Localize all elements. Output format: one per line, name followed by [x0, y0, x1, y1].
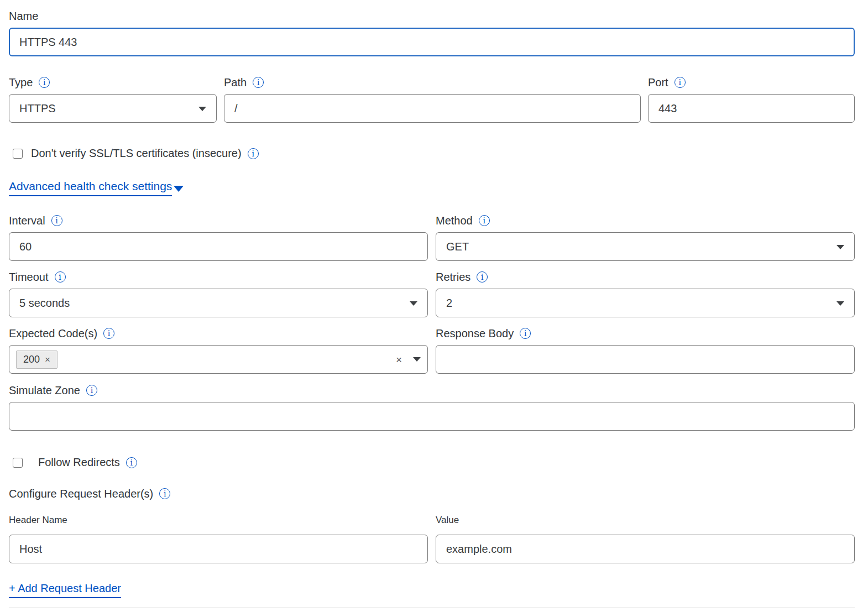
- name-input[interactable]: [9, 28, 855, 56]
- simulate-zone-label: Simulate Zone i: [9, 384, 855, 396]
- configure-headers-info-icon[interactable]: i: [159, 488, 170, 499]
- ssl-verify-checkbox[interactable]: [13, 149, 23, 159]
- request-header-row: Header Name Value: [9, 515, 855, 563]
- interval-input[interactable]: [9, 232, 428, 261]
- type-label: Type i: [9, 76, 217, 88]
- add-header-row: + Add Request Header: [9, 582, 855, 598]
- interval-label-text: Interval: [9, 215, 45, 227]
- port-info-icon[interactable]: i: [674, 77, 686, 88]
- simulate-zone-label-text: Simulate Zone: [9, 384, 80, 396]
- port-input[interactable]: [648, 94, 855, 123]
- interval-label: Interval i: [9, 215, 428, 227]
- expected-codes-label-text: Expected Code(s): [9, 327, 97, 339]
- timeout-retries-row: Timeout i 5 seconds Retries i 2: [9, 271, 855, 317]
- response-body-field-group: Response Body i: [436, 327, 855, 374]
- expected-codes-multiselect[interactable]: 200 × ×: [9, 345, 428, 374]
- type-field-group: Type i HTTPS: [9, 76, 217, 123]
- header-value-label: Value: [436, 515, 855, 525]
- ssl-verify-checkbox-row: Don't verify SSL/TLS certificates (insec…: [9, 147, 855, 160]
- name-label: Name: [9, 10, 855, 22]
- advanced-settings-link-text: Advanced health check settings: [9, 180, 172, 196]
- retries-select[interactable]: 2: [436, 289, 855, 317]
- interval-field-group: Interval i: [9, 215, 428, 261]
- follow-redirects-checkbox[interactable]: [13, 458, 23, 468]
- health-check-form: Name Type i HTTPS Path i: [0, 0, 868, 608]
- method-info-icon[interactable]: i: [479, 215, 490, 226]
- type-info-icon[interactable]: i: [39, 77, 50, 88]
- timeout-label: Timeout i: [9, 271, 428, 283]
- method-select-value: GET: [446, 240, 469, 253]
- expected-codes-label: Expected Code(s) i: [9, 327, 428, 339]
- configure-headers-label-text: Configure Request Header(s): [9, 488, 153, 500]
- expected-codes-field-group: Expected Code(s) i 200 × ×: [9, 327, 428, 374]
- timeout-select-value: 5 seconds: [19, 297, 70, 310]
- retries-label-text: Retries: [436, 271, 470, 283]
- type-select-value: HTTPS: [19, 102, 56, 115]
- retries-label: Retries i: [436, 271, 855, 283]
- code-tag: 200 ×: [16, 351, 57, 369]
- timeout-select[interactable]: 5 seconds: [9, 289, 428, 317]
- response-body-label-text: Response Body: [436, 327, 514, 339]
- response-body-input[interactable]: [436, 345, 855, 374]
- multiselect-controls: ×: [396, 354, 421, 365]
- advanced-settings-link[interactable]: Advanced health check settings: [9, 180, 184, 196]
- chevron-down-icon: [198, 107, 206, 111]
- path-input[interactable]: [224, 94, 641, 123]
- header-name-label: Header Name: [9, 515, 428, 525]
- add-request-header-link[interactable]: + Add Request Header: [9, 582, 121, 598]
- section-divider: [9, 608, 855, 608]
- method-label: Method i: [436, 215, 855, 227]
- follow-redirects-checkbox-row: Follow Redirects i: [9, 456, 855, 469]
- simulate-zone-info-icon[interactable]: i: [86, 385, 97, 396]
- method-label-text: Method: [436, 215, 473, 227]
- port-label-text: Port: [648, 76, 668, 88]
- retries-field-group: Retries i 2: [436, 271, 855, 317]
- type-select[interactable]: HTTPS: [9, 94, 217, 123]
- path-info-icon[interactable]: i: [253, 77, 264, 88]
- follow-redirects-label: Follow Redirects: [38, 456, 120, 469]
- header-value-input[interactable]: [436, 535, 855, 563]
- method-field-group: Method i GET: [436, 215, 855, 261]
- response-body-info-icon[interactable]: i: [520, 328, 531, 339]
- type-path-port-row: Type i HTTPS Path i Port i: [9, 76, 855, 123]
- path-label-text: Path: [224, 76, 247, 88]
- header-value-field-group: Value: [436, 515, 855, 563]
- configure-headers-label: Configure Request Header(s) i: [9, 488, 855, 500]
- triangle-down-icon: [174, 186, 184, 192]
- chevron-down-icon[interactable]: [413, 357, 421, 362]
- clear-icon[interactable]: ×: [396, 354, 402, 365]
- tag-remove-icon[interactable]: ×: [45, 355, 50, 364]
- interval-method-row: Interval i Method i GET: [9, 215, 855, 261]
- method-select[interactable]: GET: [436, 232, 855, 261]
- simulate-zone-input[interactable]: [9, 402, 855, 431]
- port-label: Port i: [648, 76, 855, 88]
- header-name-input[interactable]: [9, 535, 428, 563]
- interval-info-icon[interactable]: i: [51, 215, 62, 226]
- simulate-zone-field-group: Simulate Zone i: [9, 384, 855, 431]
- name-label-text: Name: [9, 10, 38, 22]
- timeout-info-icon[interactable]: i: [55, 271, 66, 283]
- type-label-text: Type: [9, 76, 33, 88]
- chevron-down-icon: [410, 301, 417, 306]
- retries-info-icon[interactable]: i: [477, 271, 488, 283]
- advanced-settings-row: Advanced health check settings: [9, 180, 855, 196]
- expected-codes-info-icon[interactable]: i: [103, 328, 114, 339]
- timeout-field-group: Timeout i 5 seconds: [9, 271, 428, 317]
- follow-redirects-info-icon[interactable]: i: [126, 457, 137, 468]
- header-name-field-group: Header Name: [9, 515, 428, 563]
- chevron-down-icon: [836, 245, 844, 249]
- timeout-label-text: Timeout: [9, 271, 49, 283]
- ssl-verify-info-icon[interactable]: i: [248, 148, 259, 159]
- code-tag-text: 200: [23, 354, 40, 365]
- codes-body-row: Expected Code(s) i 200 × × Response: [9, 327, 855, 374]
- response-body-label: Response Body i: [436, 327, 855, 339]
- path-field-group: Path i: [224, 76, 641, 123]
- chevron-down-icon: [836, 301, 844, 306]
- retries-select-value: 2: [446, 297, 452, 310]
- path-label: Path i: [224, 76, 641, 88]
- port-field-group: Port i: [648, 76, 855, 123]
- name-field-group: Name: [9, 10, 855, 56]
- ssl-verify-label: Don't verify SSL/TLS certificates (insec…: [31, 147, 242, 160]
